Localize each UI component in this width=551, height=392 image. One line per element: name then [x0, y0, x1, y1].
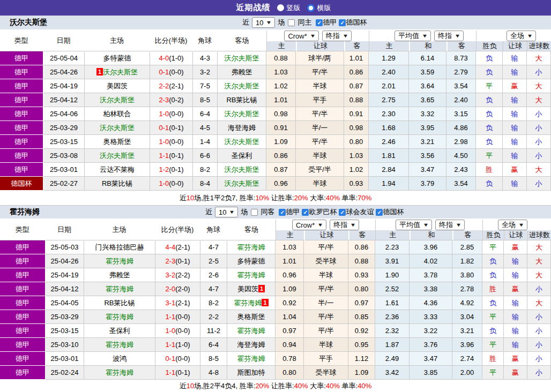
result-goals: 大	[527, 93, 551, 107]
checkbox-德甲[interactable]: ✓	[279, 209, 286, 216]
avg-home: 2.52	[375, 282, 409, 296]
radio-vertical-label: 竖版	[287, 3, 301, 13]
league-type-badge: 德甲	[0, 254, 46, 268]
result-goals: 小	[527, 121, 551, 135]
avg-home: 3.91	[375, 254, 409, 268]
summary-segment: 场,胜1平2负7, 胜率:	[194, 194, 255, 202]
avg-home: 3.42	[375, 366, 409, 380]
corner-score: 8-2	[200, 296, 227, 310]
avg-away: 2.00	[452, 366, 482, 380]
odds-handicap: 平/半	[304, 310, 348, 324]
score: 3-2(2-2)	[155, 268, 200, 282]
fulltime-score: 2-3	[159, 96, 169, 104]
league-filter-label: 德甲	[323, 18, 337, 27]
result-goals: 大	[527, 240, 551, 254]
avg-draw: 6.14	[409, 51, 446, 65]
sub-header-5: 客	[446, 41, 476, 51]
select-avg-source[interactable]: 平均值▼	[396, 220, 432, 230]
column-header-1: 日期	[46, 220, 84, 240]
checkbox-欧罗巴杯[interactable]: ✓	[302, 209, 309, 216]
fulltime-score: 0-1	[159, 68, 169, 76]
sub-header-0: 主	[266, 41, 296, 51]
result-goals: 小	[527, 324, 551, 338]
select-scope[interactable]: 全场▼	[498, 220, 527, 230]
select-match-count[interactable]: 10▼	[215, 207, 238, 217]
select-avg-time[interactable]: 终指▼	[435, 220, 465, 230]
result-handicap: 输	[503, 51, 527, 65]
home-team-name: 柏林联合	[103, 110, 131, 118]
halftime-score: (0-0)	[175, 313, 190, 321]
match-date: 25-04-12	[43, 93, 85, 107]
result-outcome: 负	[476, 135, 503, 149]
stats-table: 类型日期主场比分(半场)角球客场Crow*▼终指▼平均值▼终指▼全场▼主让球客主…	[0, 31, 551, 191]
summary-segment: 40%	[326, 382, 340, 390]
away-team-name: 沃尔夫斯堡	[225, 138, 259, 146]
select-odds-source[interactable]: Crow*▼	[284, 31, 318, 41]
checkbox-同主[interactable]	[288, 19, 295, 26]
odds-home: 0.94	[276, 338, 304, 352]
result-handicap: 输	[503, 149, 527, 163]
halftime-score: (0-1)	[169, 165, 183, 174]
radio-horizontal[interactable]: 横版	[307, 3, 331, 13]
result-outcome: 平	[482, 310, 504, 324]
odds-handicap: 受半球	[304, 254, 348, 268]
unit-label: 场	[241, 207, 248, 217]
match-date: 25-03-15	[46, 324, 84, 338]
odds-handicap: 半球	[296, 79, 344, 93]
odds-away: 0.93	[348, 268, 375, 282]
match-row: 德甲25-04-05RB莱比锡3-1(2-1)8-2霍芬海姆10.92半/一0.…	[0, 296, 551, 310]
corner-score: 4-7	[200, 240, 227, 254]
odds-away: 0.85	[348, 310, 375, 324]
result-outcome: 平	[482, 366, 504, 380]
away-team: 斯图加特	[227, 366, 276, 380]
avg-home: 2.84	[369, 163, 409, 177]
checkbox-德国杯[interactable]: ✓	[339, 19, 346, 26]
select-avg-source[interactable]: 平均值▼	[394, 31, 431, 41]
result-outcome: 平	[482, 338, 504, 352]
away-team: RB莱比锡	[218, 93, 266, 107]
avg-draw: 3.65	[409, 93, 446, 107]
checkbox-球会友谊[interactable]: ✓	[339, 209, 346, 216]
odds-handicap: 受平/半	[296, 163, 344, 177]
avg-source-value: 平均值	[398, 31, 419, 41]
away-team: 霍芬海姆	[227, 268, 276, 282]
result-handicap: 赢	[503, 79, 527, 93]
odds-home: 1.03	[276, 240, 304, 254]
select-odds-time[interactable]: 终指▼	[330, 220, 359, 230]
avg-home: 1.81	[369, 149, 409, 163]
radio-selected-icon[interactable]	[277, 4, 284, 11]
result-outcome: 平	[482, 240, 504, 254]
radio-unselected-icon[interactable]	[307, 4, 315, 12]
select-match-count[interactable]: 10▼	[252, 17, 275, 28]
home-team: 霍芬海姆	[84, 282, 155, 296]
odds-select-group: Crow*▼终指▼	[276, 220, 375, 230]
odds-handicap: 受半球	[304, 366, 348, 380]
result-goals: 小	[527, 65, 551, 79]
checkbox-同客[interactable]	[251, 209, 258, 216]
result-handicap: 赢	[504, 282, 527, 296]
checkbox-德国杯[interactable]: ✓	[376, 209, 383, 216]
select-odds-time[interactable]: 终指▼	[322, 31, 352, 41]
home-team-name: 沃尔夫斯堡	[100, 96, 135, 104]
select-scope[interactable]: 全场▼	[507, 31, 536, 41]
odds-home: 0.86	[266, 149, 296, 163]
avg-away: 2.74	[452, 352, 482, 366]
odds-handicap: 半/一	[304, 296, 348, 310]
summary-segment: 40%	[294, 382, 308, 390]
avg-home: 2.30	[369, 107, 409, 121]
corner-score: 2-2	[200, 310, 227, 324]
checkbox-德甲[interactable]: ✓	[316, 19, 323, 26]
away-team: 圣保利	[218, 149, 266, 163]
select-avg-time[interactable]: 终指▼	[434, 31, 464, 41]
away-team: 海登海姆	[227, 338, 276, 352]
sub-header-8: 进球数	[527, 230, 551, 240]
avg-draw: 3.79	[409, 177, 446, 191]
halftime-score: (0-0)	[169, 110, 183, 118]
halftime-score: (0-0)	[169, 179, 183, 187]
chevron-down-icon: ▼	[422, 33, 428, 39]
home-team: 波鸿	[84, 352, 155, 366]
result-goals: 小	[527, 177, 551, 191]
select-odds-source[interactable]: Crow*▼	[292, 220, 326, 230]
radio-vertical[interactable]: 竖版	[277, 3, 301, 13]
home-team-name: 霍芬海姆	[106, 341, 133, 349]
